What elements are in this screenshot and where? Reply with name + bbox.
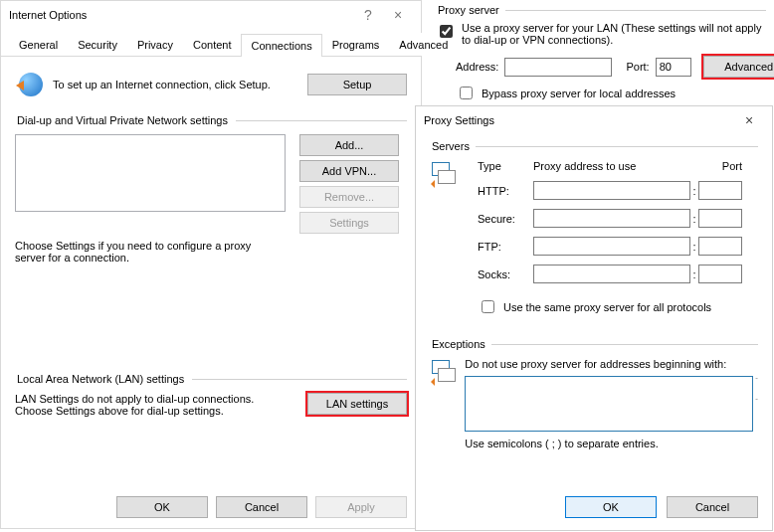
add-button[interactable]: Add... <box>299 134 399 156</box>
tab-content[interactable]: Content <box>183 33 242 56</box>
same-proxy-label: Use the same proxy server for all protoc… <box>503 301 711 313</box>
port-label: Port: <box>626 61 649 73</box>
tab-programs[interactable]: Programs <box>322 33 390 56</box>
proxy-server-fragment: Proxy server Use a proxy server for your… <box>422 0 774 105</box>
use-proxy-label: Use a proxy server for your LAN (These s… <box>462 22 766 46</box>
bypass-label: Bypass proxy server for local addresses <box>482 88 676 99</box>
lan-text: LAN Settings do not apply to dial-up con… <box>15 393 274 417</box>
dialup-listbox[interactable] <box>15 134 286 212</box>
tab-connections[interactable]: Connections <box>241 34 321 57</box>
internet-options-title: Internet Options <box>9 1 353 29</box>
add-vpn-button[interactable]: Add VPN... <box>299 160 399 182</box>
proxy-settings-title: Proxy Settings <box>424 114 734 126</box>
exceptions-icon <box>430 358 455 386</box>
exceptions-textarea[interactable] <box>465 376 753 432</box>
same-proxy-checkbox[interactable] <box>482 300 494 313</box>
tab-security[interactable]: Security <box>68 33 127 56</box>
address-input[interactable] <box>504 58 612 77</box>
bypass-checkbox[interactable] <box>460 87 473 99</box>
secure-port-input[interactable] <box>698 209 742 228</box>
ftp-addr-input[interactable] <box>533 237 690 256</box>
advanced-button[interactable]: Advanced <box>703 56 774 78</box>
semicolon-hint: Use semicolons ( ; ) to separate entries… <box>465 438 758 449</box>
tabs: General Security Privacy Content Connect… <box>1 29 421 57</box>
address-label: Address: <box>456 61 498 73</box>
internet-options-window: Internet Options ? × General Security Pr… <box>0 0 422 529</box>
proxy-settings-window: Proxy Settings × Servers Type Proxy addr… <box>415 105 773 531</box>
proxy-server-group-label: Proxy server <box>436 4 501 16</box>
http-label: HTTP: <box>478 185 533 197</box>
setup-button[interactable]: Setup <box>307 74 407 95</box>
globe-icon <box>19 73 43 96</box>
ftp-port-input[interactable] <box>698 237 742 256</box>
exceptions-group-label: Exceptions <box>430 338 487 350</box>
tab-general[interactable]: General <box>9 33 68 56</box>
lan-group-label: Local Area Network (LAN) settings <box>15 373 186 385</box>
setup-text: To set up an Internet connection, click … <box>53 79 307 90</box>
secure-addr-input[interactable] <box>533 209 690 228</box>
socks-addr-input[interactable] <box>533 265 690 283</box>
socks-label: Socks: <box>478 268 533 280</box>
col-port: Port <box>698 160 742 172</box>
ps-close-icon[interactable]: × <box>734 112 764 128</box>
ps-ok-button[interactable]: OK <box>565 496 657 518</box>
tab-privacy[interactable]: Privacy <box>127 33 183 56</box>
port-input[interactable] <box>656 58 691 77</box>
secure-label: Secure: <box>478 213 533 225</box>
use-proxy-checkbox[interactable] <box>440 25 453 38</box>
proxy-settings-titlebar: Proxy Settings × <box>416 106 772 134</box>
io-ok-button[interactable]: OK <box>116 496 208 518</box>
exceptions-text: Do not use proxy server for addresses be… <box>465 358 758 370</box>
help-icon[interactable]: ? <box>353 1 383 29</box>
io-apply-button[interactable]: Apply <box>315 496 407 518</box>
socks-port-input[interactable] <box>698 265 742 283</box>
dialup-group-label: Dial-up and Virtual Private Network sett… <box>15 114 230 126</box>
http-port-input[interactable] <box>698 181 742 200</box>
scrollbar-icon[interactable]: ˆˇ <box>755 376 758 432</box>
col-type: Type <box>478 160 533 172</box>
remove-button[interactable]: Remove... <box>299 186 399 208</box>
ps-cancel-button[interactable]: Cancel <box>667 496 758 518</box>
col-addr: Proxy address to use <box>533 160 690 172</box>
servers-icon <box>430 160 458 188</box>
dialup-settings-button[interactable]: Settings <box>299 212 399 234</box>
choose-settings-text: Choose Settings if you need to configure… <box>15 240 274 264</box>
lan-settings-button[interactable]: LAN settings <box>307 393 407 415</box>
close-icon[interactable]: × <box>383 1 413 29</box>
ftp-label: FTP: <box>478 241 533 253</box>
http-addr-input[interactable] <box>533 181 690 200</box>
io-cancel-button[interactable]: Cancel <box>216 496 307 518</box>
internet-options-titlebar: Internet Options ? × <box>1 1 421 29</box>
servers-group-label: Servers <box>430 140 472 152</box>
